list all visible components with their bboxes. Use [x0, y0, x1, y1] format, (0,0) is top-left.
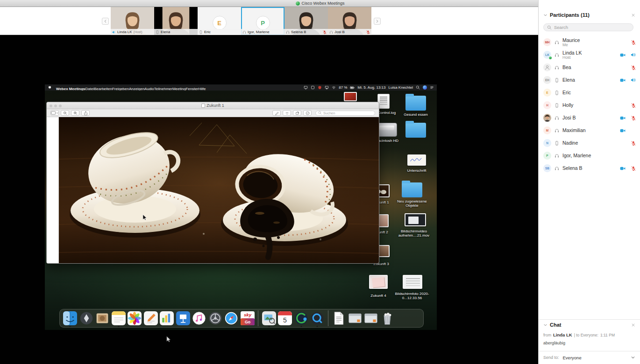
avatar: P	[543, 152, 551, 160]
participant-row-holly[interactable]: HHolly	[539, 99, 640, 112]
participant-row-maximilian[interactable]: MMaximilian	[539, 124, 640, 137]
desktop-icon-unterschrift[interactable]	[407, 154, 426, 166]
chat-send-to-row[interactable]: Send to: Everyone	[543, 354, 635, 361]
shield-status-icon[interactable]	[318, 85, 322, 90]
notification-center-icon[interactable]	[430, 85, 434, 90]
menu-user[interactable]: Luisa Knechtel	[389, 85, 413, 90]
desktop-icon-gesund-essen[interactable]	[405, 96, 426, 111]
wheel-app-dock-icon[interactable]	[208, 310, 223, 326]
quicktime-dock-icon[interactable]	[310, 310, 325, 326]
window-item-dock-icon[interactable]	[348, 310, 363, 326]
filmstrip-next-button[interactable]	[374, 18, 381, 25]
apple-menu-icon[interactable]	[48, 85, 52, 90]
sidebar-view-button[interactable]	[50, 110, 59, 116]
camera-on-icon[interactable]	[619, 52, 626, 58]
mail-dock-icon[interactable]	[95, 310, 110, 326]
close-window-button[interactable]	[50, 105, 52, 107]
numbers-dock-icon[interactable]	[159, 310, 174, 326]
participant-row-selena-b[interactable]: SBSelena B	[539, 162, 640, 175]
mic-muted-icon[interactable]	[629, 116, 637, 120]
mic-muted-icon[interactable]	[629, 141, 637, 146]
macos-dock: skyGo5	[59, 309, 424, 328]
trash-dock-icon[interactable]	[380, 310, 395, 326]
finder-dock-icon[interactable]	[63, 310, 78, 326]
preview-dock-icon[interactable]	[262, 310, 277, 326]
textedit-doc-dock-icon[interactable]	[331, 310, 346, 326]
siri-icon[interactable]	[423, 85, 427, 90]
video-thumbnail-linda-lk[interactable]: Linda LK (Host)	[111, 7, 154, 35]
safari-dock-icon[interactable]	[224, 310, 239, 326]
mic-muted-icon[interactable]	[629, 166, 637, 171]
dock-divider	[328, 310, 328, 326]
zoom-window-button[interactable]	[59, 105, 62, 107]
mic-muted-icon[interactable]	[629, 40, 637, 45]
preview-window-titlebar[interactable]: Zukunft 1	[47, 102, 379, 109]
video-thumbnail-eric[interactable]: E Eric	[198, 7, 241, 35]
battery-icon	[350, 85, 355, 90]
participants-collapse-chevron-icon[interactable]	[543, 13, 548, 17]
spotlight-search-icon[interactable]	[416, 85, 420, 90]
airplay-status-icon[interactable]	[325, 85, 329, 90]
rotate-button[interactable]	[293, 110, 301, 116]
participant-row-maurice[interactable]: MHMauriceMe	[539, 36, 640, 49]
video-thumbnail-josi-b[interactable]: Josi B	[328, 7, 371, 35]
desktop-icon-bildschirmfoto[interactable]	[403, 275, 422, 289]
display-status-icon[interactable]	[304, 85, 308, 90]
audio-connected-icon[interactable]	[629, 52, 637, 57]
markup-pencil-button[interactable]	[272, 110, 281, 116]
pages-dock-icon[interactable]	[143, 310, 158, 326]
participant-row-igor-marlene[interactable]: PIgor, Marlene	[539, 149, 640, 162]
participants-close-icon[interactable]	[631, 13, 635, 17]
camera-on-icon[interactable]	[619, 77, 626, 83]
mic-muted-icon[interactable]	[629, 65, 637, 70]
sky-go-dock-icon[interactable]: skyGo	[240, 310, 255, 326]
itunes-dock-icon[interactable]	[192, 310, 206, 326]
menu-clock[interactable]: Mi. 5. Aug. 13:13	[357, 85, 385, 90]
desktop-icon-folder-2[interactable]	[405, 123, 426, 138]
filmstrip-prev-button[interactable]	[102, 18, 109, 25]
search-icon	[318, 111, 322, 115]
participant-row-elena[interactable]: EHElena	[539, 74, 640, 86]
video-thumbnail-elena[interactable]: Elena	[154, 7, 198, 35]
chat-close-icon[interactable]	[631, 323, 635, 327]
video-thumbnail-igor-marlene[interactable]: P Igor, Marlene	[241, 7, 284, 35]
participant-row-nadine[interactable]: NNadine	[539, 137, 640, 149]
participant-row-linda-lk[interactable]: LKLinda LKHost	[539, 49, 640, 61]
audio-connected-icon[interactable]	[629, 77, 637, 83]
preview-search-field[interactable]: Suchen	[315, 111, 375, 116]
zoom-out-button[interactable]	[61, 110, 69, 116]
desktop-icon-zukunft-4[interactable]	[369, 275, 388, 289]
avatar-photo	[543, 114, 551, 122]
webex-meetings-dock-icon[interactable]	[294, 310, 309, 326]
share-button[interactable]	[81, 110, 90, 116]
video-thumbnail-selena-b[interactable]: Selena B	[284, 7, 328, 35]
keynote-dock-icon[interactable]	[176, 310, 191, 326]
avatar: EH	[543, 76, 551, 84]
minimize-window-button[interactable]	[54, 105, 57, 107]
camera-on-icon[interactable]	[619, 115, 626, 121]
send-to-chevron-icon[interactable]	[631, 355, 635, 360]
markup-toolbar-button[interactable]	[303, 110, 312, 116]
camera-on-icon[interactable]	[619, 166, 626, 171]
desktop-icon-bildschirmvideo[interactable]	[405, 213, 426, 226]
participant-row-bea[interactable]: Bea	[539, 61, 640, 74]
participant-row-eric[interactable]: EEric	[539, 86, 640, 99]
camera-on-icon[interactable]	[619, 128, 626, 133]
dropdown-button[interactable]	[283, 110, 291, 116]
calendar-dock-icon[interactable]: 5	[277, 310, 292, 326]
wifi-status-icon[interactable]	[332, 85, 336, 90]
launchpad-dock-icon[interactable]	[79, 310, 94, 326]
participants-search-field[interactable]	[543, 23, 633, 31]
desktop-icon-macintosh-hd[interactable]	[377, 123, 397, 137]
desktop-icon-red-image[interactable]	[344, 92, 357, 101]
photos-dock-icon[interactable]	[127, 310, 142, 326]
window-item-dock-icon[interactable]	[363, 310, 378, 326]
zoom-in-button[interactable]	[71, 110, 79, 116]
chat-collapse-chevron-icon[interactable]	[543, 323, 548, 327]
search-input[interactable]	[554, 25, 630, 30]
notes-dock-icon[interactable]	[111, 310, 126, 326]
box-status-icon[interactable]	[311, 85, 315, 90]
participant-row-josi-b[interactable]: Josi B	[539, 112, 640, 124]
desktop-icon-neu-zugewiesene-objekte[interactable]	[402, 182, 422, 197]
mic-muted-icon[interactable]	[629, 103, 637, 108]
